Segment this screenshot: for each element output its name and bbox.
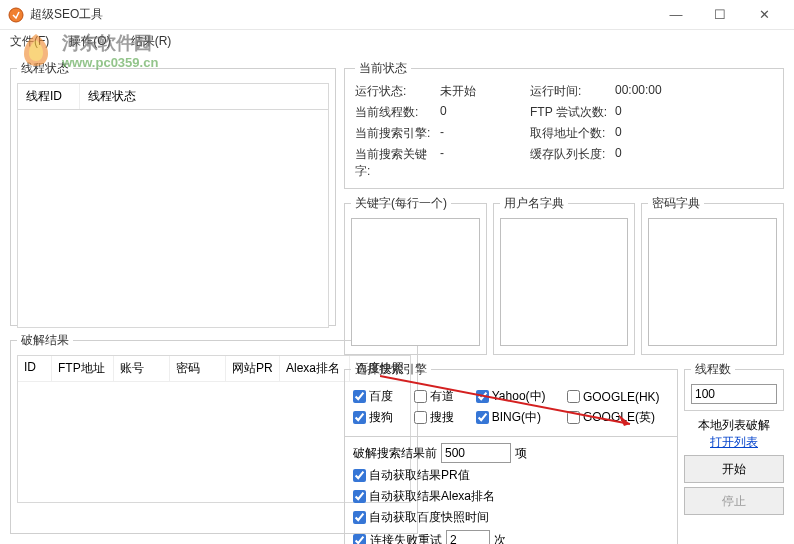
pwd-textarea[interactable]: [648, 218, 777, 346]
col-thread-id: 线程ID: [18, 84, 80, 109]
retry-suf: 次: [494, 532, 506, 545]
col-thread-status: 线程状态: [80, 84, 328, 109]
user-dict-group: 用户名字典: [493, 195, 636, 355]
val-addr-got: 0: [615, 125, 675, 142]
app-icon: [8, 7, 24, 23]
lbl-keyword: 当前搜索关键字:: [355, 146, 440, 180]
user-textarea[interactable]: [500, 218, 629, 346]
lbl-ftp-tries: FTP 尝试次数:: [530, 104, 615, 121]
lbl-run-time: 运行时间:: [530, 83, 615, 100]
current-status-legend: 当前状态: [355, 60, 411, 77]
val-ftp-tries: 0: [615, 104, 675, 121]
retry-input[interactable]: [446, 530, 490, 544]
thread-status-legend: 线程状态: [17, 60, 73, 77]
crack-top-input[interactable]: [441, 443, 511, 463]
search-engine-group: 选择搜索引擎 百度 有道 Yahoo(中) GOOGLE(HK) 搜狗 搜搜 B…: [344, 361, 678, 544]
engine-bing-cn[interactable]: BING(中): [476, 409, 555, 426]
menu-file[interactable]: 文件(F): [4, 31, 55, 52]
lbl-threads: 当前线程数:: [355, 104, 440, 121]
close-button[interactable]: ✕: [742, 1, 786, 29]
engine-youdao[interactable]: 有道: [414, 388, 463, 405]
val-keyword: -: [440, 146, 530, 180]
user-legend: 用户名字典: [500, 195, 568, 212]
val-threads: 0: [440, 104, 530, 121]
start-button[interactable]: 开始: [684, 455, 784, 483]
col-pwd: 密码: [170, 356, 226, 381]
thread-table-header: 线程ID 线程状态: [17, 83, 329, 110]
search-engine-legend: 选择搜索引擎: [351, 361, 431, 378]
val-queue: 0: [615, 146, 675, 180]
keyword-dict-group: 关键字(每行一个): [344, 195, 487, 355]
keyword-legend: 关键字(每行一个): [351, 195, 451, 212]
svg-point-0: [9, 8, 23, 22]
stop-button: 停止: [684, 487, 784, 515]
pwd-legend: 密码字典: [648, 195, 704, 212]
auto-pr-checkbox[interactable]: 自动获取结果PR值: [353, 467, 669, 484]
val-run-status: 未开始: [440, 83, 530, 100]
menu-operate[interactable]: 操作(O): [63, 31, 116, 52]
crack-result-legend: 破解结果: [17, 332, 73, 349]
val-run-time: 00:00:00: [615, 83, 675, 100]
crack-top-pre: 破解搜索结果前: [353, 445, 437, 462]
col-id: ID: [18, 356, 52, 381]
thread-status-group: 线程状态 线程ID 线程状态: [10, 60, 336, 326]
thread-count-legend: 线程数: [691, 361, 735, 378]
auto-snapshot-checkbox[interactable]: 自动获取百度快照时间: [353, 509, 669, 526]
lbl-addr-got: 取得地址个数:: [530, 125, 615, 142]
open-list-link[interactable]: 打开列表: [684, 434, 784, 451]
thread-count-input[interactable]: [691, 384, 777, 404]
crack-top-suf: 项: [515, 445, 527, 462]
thread-count-group: 线程数: [684, 361, 784, 411]
col-pr: 网站PR: [226, 356, 280, 381]
val-engine: -: [440, 125, 530, 142]
engine-baidu[interactable]: 百度: [353, 388, 402, 405]
lbl-run-status: 运行状态:: [355, 83, 440, 100]
menu-result[interactable]: 结果(R): [125, 31, 178, 52]
local-list-label: 本地列表破解: [684, 417, 784, 434]
retry-pre: 连接失败重试: [370, 532, 442, 545]
window-title: 超级SEO工具: [30, 6, 654, 23]
maximize-button[interactable]: ☐: [698, 1, 742, 29]
thread-table-body[interactable]: [17, 110, 329, 328]
auto-alexa-checkbox[interactable]: 自动获取结果Alexa排名: [353, 488, 669, 505]
lbl-queue: 缓存队列长度:: [530, 146, 615, 180]
col-account: 账号: [114, 356, 170, 381]
engine-yahoo-cn[interactable]: Yahoo(中): [476, 388, 555, 405]
keyword-textarea[interactable]: [351, 218, 480, 346]
engine-google-en[interactable]: GOOGLE(英): [567, 409, 669, 426]
lbl-engine: 当前搜索引擎:: [355, 125, 440, 142]
pwd-dict-group: 密码字典: [641, 195, 784, 355]
minimize-button[interactable]: —: [654, 1, 698, 29]
retry-checkbox[interactable]: [353, 534, 366, 545]
current-status-group: 当前状态 运行状态: 未开始 运行时间: 00:00:00 当前线程数: 0 F…: [344, 60, 784, 189]
engine-soso[interactable]: 搜搜: [414, 409, 463, 426]
engine-google-hk[interactable]: GOOGLE(HK): [567, 388, 669, 405]
col-ftp: FTP地址: [52, 356, 114, 381]
engine-sogou[interactable]: 搜狗: [353, 409, 402, 426]
col-alexa: Alexa排名: [280, 356, 350, 381]
